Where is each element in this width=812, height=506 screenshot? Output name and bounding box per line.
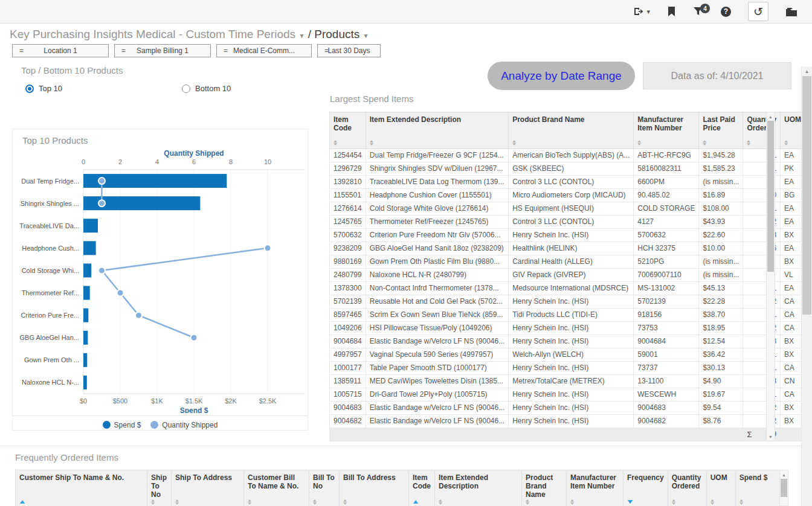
column-header[interactable]: Manufacturer Item Number▲▼ [567,470,624,506]
column-header[interactable]: Product Brand Name▲▼ [522,470,567,506]
refresh-icon[interactable]: ↺ [748,2,768,21]
page-scrollbar[interactable]: ▲ [801,66,812,506]
category-label: Shingrix Shingles ... [21,200,79,207]
legend-item-quantity[interactable]: Quantity Shipped [150,421,218,429]
column-header[interactable]: Ship To No▲▼ [147,470,172,506]
column-header[interactable]: UOM▲▼ [706,470,735,506]
table-cell: Henry Schein Inc. (HSI) [509,402,634,415]
scroll-up-icon[interactable]: ▲ [767,112,775,121]
table-row[interactable]: 8597465Scrim Ex Gown Sewn Blue TieNck (8… [330,309,812,322]
table-row[interactable]: 9238209GBG AloeGel Hand Sanit 18oz (9238… [330,242,812,255]
table-row[interactable]: 1155501Headphone Cushion Cover (1155501)… [330,189,812,202]
column-label: Product Brand Name [526,473,562,499]
column-header[interactable]: Frequency▼ [624,470,668,506]
filter-chip-location[interactable]: = Location 1 [12,44,109,57]
sort-icon: ▲▼ [248,499,305,505]
table-cell: Table Paper Smooth STD (1000177) [366,362,508,375]
bar-spend[interactable] [83,376,87,389]
filter-chip-billing[interactable]: = Sample Billing 1 [114,44,211,57]
table-row[interactable]: 1385911MED CaviWipes Towelettes Disin (1… [330,375,812,388]
column-header[interactable]: Item Extended Description▲▼ [435,470,522,506]
help-icon[interactable]: ? [721,7,731,17]
table-cell: Naloxone HCL N-R (2480799) [366,269,508,282]
table-cell: 1005715 [330,388,366,402]
bar-spend[interactable] [83,219,98,232]
scrollbar-thumb[interactable] [802,76,811,315]
column-header[interactable]: Product Brand Name▲▼ [509,112,634,149]
scrollbar-thumb[interactable] [781,479,787,497]
column-header[interactable]: Customer Ship To Name & No.▲ [16,470,147,506]
table-row[interactable]: 9880169Gown Prem Oth Plastic Film Blu (9… [330,255,812,269]
table-cell: Micro Audiometers Corp (MICAUD) [509,189,634,202]
table-header-row: Customer Ship To Name & No.▲Ship To No▲▼… [16,470,788,506]
table-row[interactable]: 1392810TraceableLIVE Data Log Thermom (1… [330,176,812,189]
table-row[interactable]: 1296729Shingrix Shingles SDV w/Diluen (1… [330,162,812,176]
column-label: Ship To No [151,473,167,499]
table-scrollbar[interactable]: ▲ ▼ [766,112,775,441]
line-marker [98,267,105,274]
scroll-up-icon[interactable]: ▲ [780,470,788,479]
column-label: Manufacturer Item Number [570,473,619,490]
table-row[interactable]: 1005715Dri-Gard Towel 2Ply+Poly (1005715… [330,388,812,402]
bookmark-icon[interactable] [667,6,676,17]
table-cell: 918156 [634,309,699,322]
scroll-down-icon[interactable]: ▼ [767,432,775,441]
legend-item-spend[interactable]: Spend $ [103,421,141,429]
table-row[interactable]: 5700632Criterion Pure Freedom Ntr Glv (5… [330,229,812,242]
top10-chart-svg: Quantity Shipped0246810$0$500$1K$1.5K$2K… [13,147,308,413]
filter-chip-time[interactable]: = Last 30 Days [317,44,381,57]
table-row[interactable]: 2480799Naloxone HCL N-R (2480799)GIV Rep… [330,269,812,282]
table-cell: Healthlink (HELINK) [509,242,634,255]
export-icon[interactable]: ▾ [633,6,650,17]
column-header[interactable]: Customer Bill To Name & No.▲▼ [244,470,309,506]
dashboard-title[interactable]: Key Purchasing Insights Medical - Custom… [10,28,295,40]
bar-spend[interactable] [83,309,88,322]
table-cell: Henry Schein Inc. (HSI) [509,388,634,402]
bar-spend[interactable] [83,263,91,277]
table-row[interactable]: 9004683Elastic Bandage w/Velcro LF NS (9… [330,402,812,415]
table-row[interactable]: 1276614Cold Storage White Glove (1276614… [330,202,812,216]
top-bottom-radio-group: Top 10 Bottom 10 [25,84,279,93]
scrollbar-thumb[interactable] [767,121,774,272]
scroll-up-icon[interactable]: ▲ [802,66,812,76]
page-title[interactable]: / Products [308,28,360,40]
table-row[interactable]: 9004682Elastic Bandage w/Velcro LF NS (9… [330,415,812,428]
column-header[interactable]: Item Extended Description▲▼ [366,112,508,149]
analyze-by-date-range-button[interactable]: Analyze by Date Range [488,62,635,90]
table-row[interactable]: 1245765Thermometer Ref/Freezer (1245765)… [330,216,812,229]
table-row[interactable]: 1254454Dual Temp Fridge/Freezer G 9CF (1… [330,149,812,162]
table-row[interactable]: 9004684Elastic Bandage w/Velcro LF NS (9… [330,335,812,348]
table-row[interactable]: 1378300Non-Contact Infrd Thermometer (13… [330,282,812,295]
bar-spend[interactable] [83,331,88,345]
column-header[interactable]: Ship To Address▲▼ [172,470,244,506]
column-header[interactable]: Item Code▲▼ [330,112,366,149]
column-header[interactable]: Last Paid Price▲▼ [699,112,743,149]
table-row[interactable]: 5702139Reusable Hot and Cold Gel Pack (5… [330,295,812,309]
radio-top-10[interactable]: Top 10 [25,84,62,93]
table-cell: 5210PG [634,255,699,269]
column-header[interactable]: Bill To Address▲▼ [340,470,409,506]
bar-spend[interactable] [83,353,87,367]
filter-icon[interactable]: 4 [693,6,704,17]
table-row[interactable]: 1000177Table Paper Smooth STD (1000177)H… [330,362,812,375]
table-row[interactable]: 1049206HSI Pillowcase Tissue/Poly (10492… [330,322,812,335]
table-cell: 4127 [634,216,699,229]
table-scrollbar[interactable]: ▲ [779,470,788,506]
column-header[interactable]: Manufacturer Item Number▲▼ [634,112,699,149]
chevron-down-icon[interactable]: ▾ [363,31,369,40]
table-cell: 1049206 [330,322,366,335]
left-panel-title: Top / Bottom 10 Products [21,65,123,75]
bar-spend[interactable] [83,286,90,300]
bar-spend[interactable] [83,241,96,255]
table-cell: $45.13 [699,282,743,295]
filter-chip-category[interactable]: = Medical E-Comm... [216,44,312,57]
workbook-icon[interactable] [785,7,798,17]
radio-bottom-10[interactable]: Bottom 10 [182,84,231,93]
table-row[interactable]: 4997957Vaginal Specula 590 Series (49979… [330,348,812,362]
chevron-down-icon[interactable]: ▾ [298,31,304,40]
table-cell: 1276614 [330,202,366,216]
column-label: Customer Bill To Name & No. [248,473,305,490]
column-header[interactable]: Quantity Ordered▲▼ [668,470,706,506]
column-header[interactable]: Item Code▲ [409,470,435,506]
column-header[interactable]: Bill To No▲▼ [309,470,340,506]
